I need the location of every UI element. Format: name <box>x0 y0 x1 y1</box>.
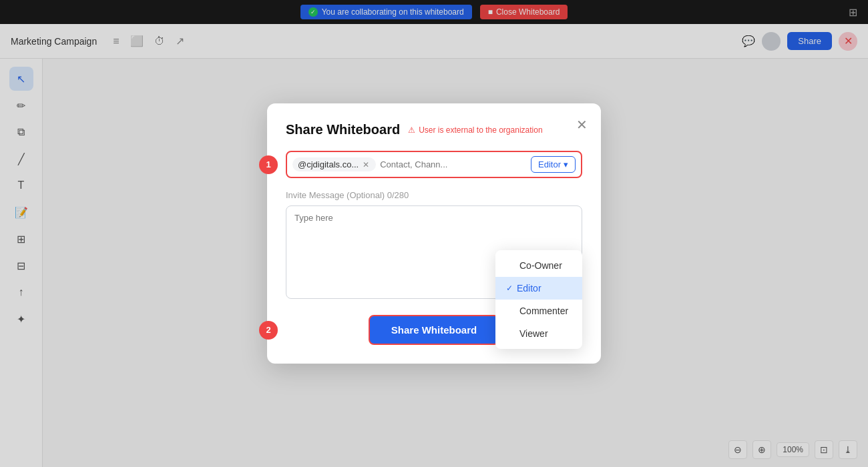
external-user-warning: ⚠ User is external to the organization <box>408 125 542 135</box>
modal-header: Share Whiteboard ⚠ User is external to t… <box>286 122 582 137</box>
contact-input[interactable] <box>380 159 527 169</box>
warning-text: User is external to the organization <box>419 125 542 135</box>
editor-check-icon: ✓ <box>506 284 513 293</box>
editor-dropdown-button[interactable]: Editor ▾ <box>531 156 576 173</box>
share-whiteboard-modal: Share Whiteboard ⚠ User is external to t… <box>267 103 601 364</box>
step1-wrapper: 1 @cjdigitals.co... ✕ Editor ▾ <box>286 151 582 178</box>
dropdown-item-editor[interactable]: ✓ Editor <box>495 277 582 300</box>
dropdown-item-coowner[interactable]: Co-Owner <box>495 254 582 277</box>
dropdown-item-commenter[interactable]: Commenter <box>495 300 582 322</box>
step-badge-1: 1 <box>259 155 278 174</box>
dropdown-item-viewer[interactable]: Viewer <box>495 322 582 345</box>
role-dropdown: Co-Owner ✓ Editor Commenter Viewer <box>495 250 582 349</box>
share-input-row[interactable]: @cjdigitals.co... ✕ Editor ▾ <box>286 151 582 178</box>
step-badge-2: 2 <box>259 321 278 340</box>
modal-overlay: Share Whiteboard ⚠ User is external to t… <box>0 0 868 467</box>
modal-close-button[interactable]: ✕ <box>576 117 588 133</box>
modal-title: Share Whiteboard <box>286 122 400 137</box>
email-tag: @cjdigitals.co... ✕ <box>292 157 376 171</box>
chevron-down-icon: ▾ <box>564 159 568 169</box>
email-tag-close-button[interactable]: ✕ <box>361 160 371 169</box>
email-tag-text: @cjdigitals.co... <box>298 159 359 169</box>
editor-label: Editor <box>538 159 561 169</box>
warning-icon: ⚠ <box>408 125 415 135</box>
share-whiteboard-button[interactable]: Share Whiteboard <box>369 315 499 345</box>
invite-label: Invite Message (Optional) 0/280 <box>286 190 582 200</box>
